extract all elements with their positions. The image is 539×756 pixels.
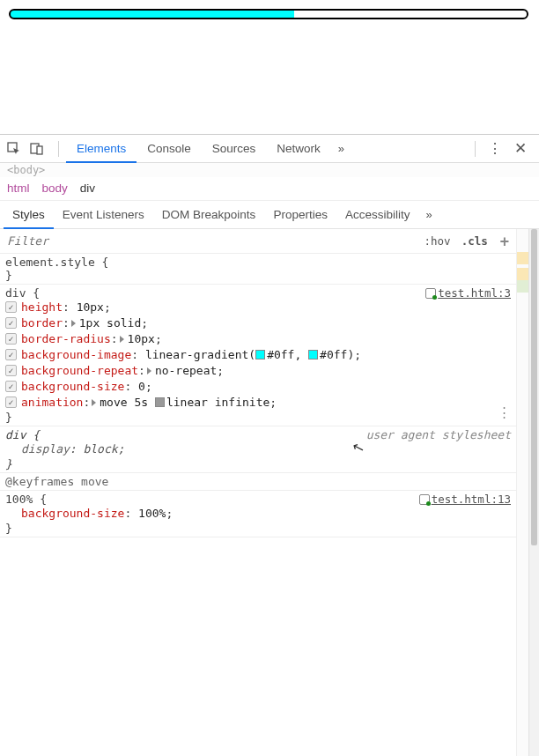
tab-network[interactable]: Network (266, 135, 331, 163)
new-style-rule-button[interactable]: + (493, 233, 516, 250)
hov-toggle[interactable]: :hov (419, 234, 456, 248)
brace-close: } (5, 411, 12, 424)
styles-filter-input[interactable] (0, 234, 419, 248)
rule-selector[interactable]: element.style (5, 256, 95, 269)
expand-icon[interactable] (71, 320, 76, 327)
dom-tree-strip[interactable]: <body> (0, 163, 539, 177)
brace-open: { (33, 286, 40, 300)
rule-keyframe-100[interactable]: test.html:13 100% { background-size: 100… (0, 491, 516, 537)
close-icon[interactable]: ✕ (507, 139, 534, 158)
brace-close: } (5, 457, 12, 471)
decl-checkbox[interactable] (5, 397, 17, 408)
rule-element-style[interactable]: element.style { } (0, 254, 516, 285)
expand-icon[interactable] (92, 399, 96, 406)
decl-border-radius[interactable]: border-radius:10px; (5, 331, 511, 347)
devtools-menu-icon[interactable]: ⋮ (483, 140, 507, 157)
keyframes-header[interactable]: @keyframes move (0, 473, 516, 491)
device-toggle-icon[interactable] (28, 140, 46, 158)
decl-checkbox[interactable] (5, 317, 17, 329)
styles-panel: :hov .cls + element.style { } test.html:… (0, 229, 539, 756)
tab-console[interactable]: Console (137, 135, 202, 163)
easing-swatch-icon[interactable] (155, 397, 165, 407)
source-link[interactable]: test.html:13 (419, 493, 511, 506)
decl-kf-background-size[interactable]: background-size: 100%; (5, 506, 511, 522)
decl-display: display: block; (5, 441, 511, 457)
source-link[interactable]: test.html:3 (425, 286, 511, 300)
devtools-panel: Elements Console Sources Network » ⋮ ✕ <… (0, 134, 539, 756)
decl-checkbox[interactable] (5, 349, 17, 360)
decl-background-image[interactable]: background-image: linear-gradient(#0ff, … (5, 347, 511, 363)
styles-filter-row: :hov .cls + (0, 229, 516, 254)
source-text: test.html:13 (432, 493, 511, 506)
subtab-accessibility[interactable]: Accessibility (336, 201, 419, 229)
tab-elements[interactable]: Elements (66, 135, 137, 163)
svg-rect-2 (37, 146, 42, 154)
subtab-event-listeners[interactable]: Event Listeners (54, 201, 153, 229)
styles-subtabs: Styles Event Listeners DOM Breakpoints P… (0, 201, 539, 229)
rule-selector[interactable]: div (5, 286, 26, 300)
rule-div[interactable]: test.html:3 div { height: 10px; border:1… (0, 285, 516, 426)
subtabs-overflow-icon[interactable]: » (418, 208, 439, 221)
tab-sources[interactable]: Sources (202, 135, 267, 163)
brace-open: { (102, 256, 109, 269)
source-text: test.html:3 (438, 286, 511, 300)
toolbar-separator (475, 141, 476, 157)
scrollbar[interactable] (528, 229, 539, 756)
overview-gutter (516, 229, 528, 756)
decl-checkbox[interactable] (5, 365, 17, 376)
expand-icon[interactable] (147, 367, 151, 374)
tabs-overflow-icon[interactable]: » (331, 142, 351, 155)
rule-menu-icon[interactable]: ⋮ (498, 404, 511, 420)
ua-stylesheet-label: user agent stylesheet (366, 428, 511, 441)
subtab-styles[interactable]: Styles (4, 201, 54, 229)
breadcrumb-item[interactable]: html (7, 182, 30, 195)
expand-icon[interactable] (120, 336, 124, 343)
color-swatch-icon[interactable] (255, 350, 265, 359)
toolbar-separator (58, 141, 59, 157)
breadcrumb-item[interactable]: div (80, 182, 95, 195)
decl-height[interactable]: height: 10px; (5, 300, 511, 315)
progress-bar (9, 9, 528, 19)
devtools-toolbar: Elements Console Sources Network » ⋮ ✕ (0, 135, 539, 163)
subtab-properties[interactable]: Properties (264, 201, 336, 229)
color-swatch-icon[interactable] (308, 350, 318, 359)
file-icon (419, 494, 430, 505)
breadcrumb-item[interactable]: body (42, 182, 68, 195)
brace-close: } (5, 269, 12, 282)
styles-main: :hov .cls + element.style { } test.html:… (0, 229, 516, 756)
scrollbar-thumb[interactable] (531, 229, 537, 545)
decl-background-size[interactable]: background-size: 0; (5, 379, 511, 395)
decl-animation[interactable]: animation:move 5s linear infinite; (5, 395, 511, 411)
decl-border[interactable]: border:1px solid; (5, 315, 511, 331)
rule-selector[interactable]: 100% (5, 493, 33, 506)
dom-body-tag[interactable]: <body> (7, 164, 45, 176)
inspect-icon[interactable] (5, 140, 23, 158)
page-viewport (0, 0, 539, 26)
rule-selector: div (5, 428, 26, 441)
brace-close: } (5, 522, 12, 535)
decl-background-repeat[interactable]: background-repeat:no-repeat; (5, 363, 511, 379)
cls-toggle[interactable]: .cls (456, 234, 493, 248)
decl-checkbox[interactable] (5, 381, 17, 392)
decl-checkbox[interactable] (5, 301, 17, 313)
breadcrumb: html body div (0, 177, 539, 201)
subtab-dom-breakpoints[interactable]: DOM Breakpoints (153, 201, 265, 229)
rule-div-ua[interactable]: user agent stylesheet div { display: blo… (0, 426, 516, 473)
decl-checkbox[interactable] (5, 333, 17, 345)
file-icon (425, 288, 436, 299)
